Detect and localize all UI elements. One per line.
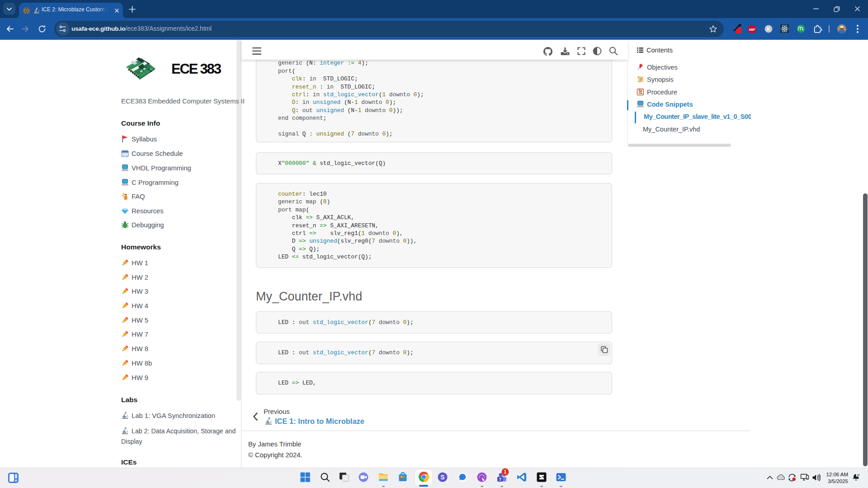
svg-text:1: 1 — [504, 469, 507, 474]
svg-text:T: T — [499, 477, 502, 482]
svg-text:S: S — [440, 474, 444, 481]
svg-text:z: z — [859, 474, 860, 476]
svg-text:K: K — [767, 26, 770, 32]
svg-text:ABP: ABP — [749, 28, 756, 31]
